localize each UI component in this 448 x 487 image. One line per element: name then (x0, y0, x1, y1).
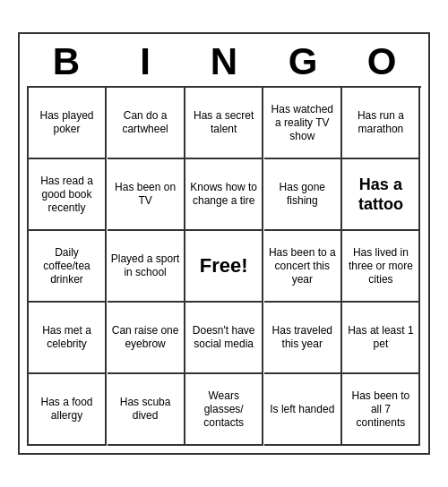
cell-r4c2[interactable]: Wears glasses/ contacts (185, 374, 263, 446)
cell-r4c0[interactable]: Has a food allergy (29, 374, 107, 446)
cell-r1c3[interactable]: Has gone fishing (264, 159, 342, 231)
cell-r2c0[interactable]: Daily coffee/tea drinker (29, 231, 107, 303)
bingo-letter-b: B (29, 41, 104, 82)
bingo-letter-o: O (344, 41, 419, 82)
cell-r0c1[interactable]: Can do a cartwheel (108, 88, 185, 159)
cell-r1c1[interactable]: Has been on TV (108, 159, 185, 231)
cell-r3c3[interactable]: Has traveled this year (264, 303, 342, 374)
cell-r0c2[interactable]: Has a secret talent (185, 88, 263, 159)
cell-r3c2[interactable]: Doesn't have social media (185, 303, 263, 374)
bingo-card: BINGO Has played pokerCan do a cartwheel… (18, 32, 430, 455)
cell-r3c0[interactable]: Has met a celebrity (29, 303, 107, 374)
cell-r3c1[interactable]: Can raise one eyebrow (108, 303, 185, 374)
cell-r1c4[interactable]: Has a tattoo (342, 159, 420, 231)
cell-r2c2[interactable]: Free! (185, 231, 263, 303)
bingo-letter-n: N (186, 41, 262, 82)
bingo-grid: Has played pokerCan do a cartwheelHas a … (27, 86, 421, 446)
bingo-letter-g: G (265, 41, 340, 82)
cell-r0c4[interactable]: Has run a marathon (342, 88, 420, 159)
bingo-header: BINGO (27, 41, 421, 82)
bingo-letter-i: I (108, 41, 183, 82)
cell-r0c3[interactable]: Has watched a reality TV show (264, 88, 342, 159)
cell-r4c3[interactable]: Is left handed (264, 374, 342, 446)
cell-r1c2[interactable]: Knows how to change a tire (185, 159, 263, 231)
cell-r4c1[interactable]: Has scuba dived (108, 374, 185, 446)
cell-r4c4[interactable]: Has been to all 7 continents (342, 374, 420, 446)
cell-r1c0[interactable]: Has read a good book recently (29, 159, 107, 231)
cell-r2c4[interactable]: Has lived in three or more cities (342, 231, 420, 303)
cell-r2c3[interactable]: Has been to a concert this year (264, 231, 342, 303)
cell-r3c4[interactable]: Has at least 1 pet (342, 303, 420, 374)
cell-r2c1[interactable]: Played a sport in school (108, 231, 185, 303)
cell-r0c0[interactable]: Has played poker (29, 88, 107, 159)
